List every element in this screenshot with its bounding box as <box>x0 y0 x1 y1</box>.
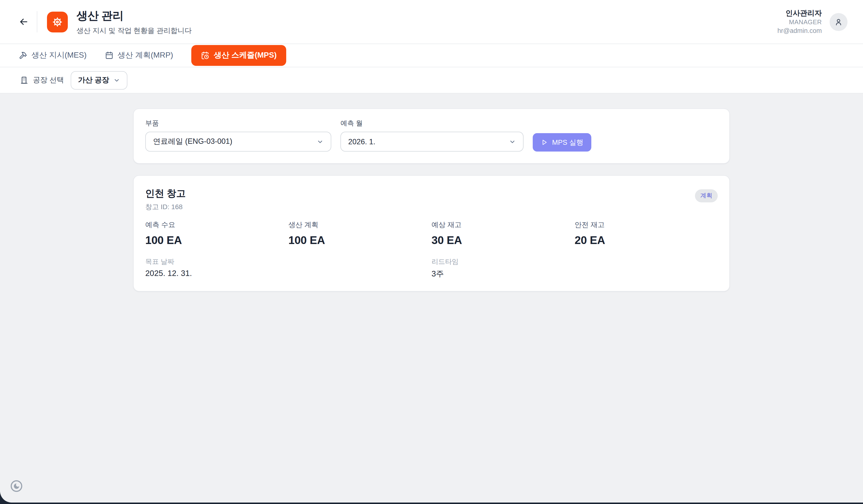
detail-label: 목표 날짜 <box>145 257 288 266</box>
factory-select-label: 공장 선택 <box>33 76 64 85</box>
backdrop: 생산 관리 생산 지시 및 작업 현황을 관리합니다 인사관리자 MANAGER… <box>0 0 863 504</box>
app-header: 생산 관리 생산 지시 및 작업 현황을 관리합니다 인사관리자 MANAGER… <box>0 0 863 44</box>
stat-value: 100 EA <box>145 234 288 247</box>
forecast-month-select[interactable]: 2026. 1. <box>340 132 524 152</box>
forecast-month-field: 예측 월 2026. 1. <box>340 119 524 152</box>
page-title: 생산 관리 <box>76 8 191 23</box>
user-name: 인사관리자 <box>777 9 822 18</box>
forecast-month-label: 예측 월 <box>340 119 524 128</box>
stat-label: 예측 수요 <box>145 220 288 229</box>
tab-production-order-mes[interactable]: 생산 지시(MES) <box>19 45 87 66</box>
stat-projected-stock: 예상 재고 30 EA <box>432 220 575 247</box>
details-grid: 목표 날짜 2025. 12. 31. 리드타임 3주 <box>145 257 718 279</box>
status-badge: 계획 <box>695 189 718 202</box>
chevron-down-icon <box>509 138 516 145</box>
tab-production-plan-mrp[interactable]: 생산 계획(MRP) <box>105 45 173 66</box>
detail-lead-time: 리드타임 3주 <box>432 257 575 279</box>
app-surface: 생산 관리 생산 지시 및 작업 현황을 관리합니다 인사관리자 MANAGER… <box>0 0 863 503</box>
tab-production-schedule-mps[interactable]: 생산 스케줄(MPS) <box>191 45 286 66</box>
detail-target-date: 목표 날짜 2025. 12. 31. <box>145 257 288 279</box>
stat-value: 30 EA <box>432 234 575 247</box>
stat-label: 안전 재고 <box>575 220 718 229</box>
stat-forecast-demand: 예측 수요 100 EA <box>145 220 288 247</box>
run-mps-button-label: MPS 실행 <box>552 138 583 147</box>
header-divider <box>37 11 37 33</box>
stat-label: 생산 계획 <box>288 220 432 229</box>
mps-form-card: 부품 연료레일 (ENG-03-001) 예측 월 2026. 1. <box>133 109 730 164</box>
tab-bar: 생산 지시(MES) 생산 계획(MRP) 생산 스케줄(MPS) <box>0 44 863 67</box>
tab-label: 생산 스케줄(MPS) <box>214 50 277 61</box>
gear-icon <box>52 16 63 27</box>
dark-mode-toggle[interactable] <box>10 480 23 492</box>
factory-bar: 공장 선택 가산 공장 <box>0 67 863 93</box>
stat-value: 100 EA <box>288 234 432 247</box>
app-logo <box>47 11 68 32</box>
stats-grid: 예측 수요 100 EA 생산 계획 100 EA 예상 재고 30 EA 안전… <box>145 220 718 247</box>
part-select[interactable]: 연료레일 (ENG-03-001) <box>145 132 331 152</box>
main-content: 부품 연료레일 (ENG-03-001) 예측 월 2026. 1. <box>0 93 863 291</box>
run-mps-button[interactable]: MPS 실행 <box>533 133 591 152</box>
user-email: hr@admin.com <box>777 27 822 35</box>
stat-value: 20 EA <box>575 234 718 247</box>
person-icon <box>834 17 843 26</box>
mps-result-card: 인천 창고 창고 ID: 168 계획 예측 수요 100 EA 생산 계획 1… <box>133 175 730 291</box>
back-button[interactable] <box>16 14 31 29</box>
stat-label: 예상 재고 <box>432 220 575 229</box>
part-field-label: 부품 <box>145 119 331 128</box>
title-block: 생산 관리 생산 지시 및 작업 현황을 관리합니다 <box>76 8 191 35</box>
calendar-icon <box>105 51 113 60</box>
warehouse-title: 인천 창고 <box>145 187 186 200</box>
arrow-left-icon <box>18 16 29 27</box>
chevron-down-icon <box>114 77 120 84</box>
detail-value: 2025. 12. 31. <box>145 269 288 278</box>
part-select-value: 연료레일 (ENG-03-001) <box>153 137 232 147</box>
stat-safety-stock: 안전 재고 20 EA <box>575 220 718 247</box>
warehouse-id: 창고 ID: 168 <box>145 203 186 212</box>
detail-value: 3주 <box>432 269 575 279</box>
play-icon <box>541 139 548 146</box>
page-subtitle: 생산 지시 및 작업 현황을 관리합니다 <box>76 26 191 35</box>
calendar-clock-icon <box>201 51 210 60</box>
factory-select-value: 가산 공장 <box>78 76 109 85</box>
factory-select[interactable]: 가산 공장 <box>71 71 127 89</box>
user-role: MANAGER <box>777 18 822 27</box>
chevron-down-icon <box>317 138 324 145</box>
hammer-icon <box>19 51 27 60</box>
tab-label: 생산 지시(MES) <box>32 50 87 61</box>
forecast-month-value: 2026. 1. <box>348 137 375 146</box>
result-card-header: 인천 창고 창고 ID: 168 계획 <box>145 187 718 212</box>
user-info: 인사관리자 MANAGER hr@admin.com <box>777 9 822 35</box>
detail-label: 리드타임 <box>432 257 575 266</box>
tab-label: 생산 계획(MRP) <box>118 50 173 61</box>
stat-production-plan: 생산 계획 100 EA <box>288 220 432 247</box>
building-icon <box>20 76 28 85</box>
avatar[interactable] <box>829 13 848 31</box>
part-field: 부품 연료레일 (ENG-03-001) <box>145 119 331 152</box>
moon-icon <box>10 480 23 492</box>
